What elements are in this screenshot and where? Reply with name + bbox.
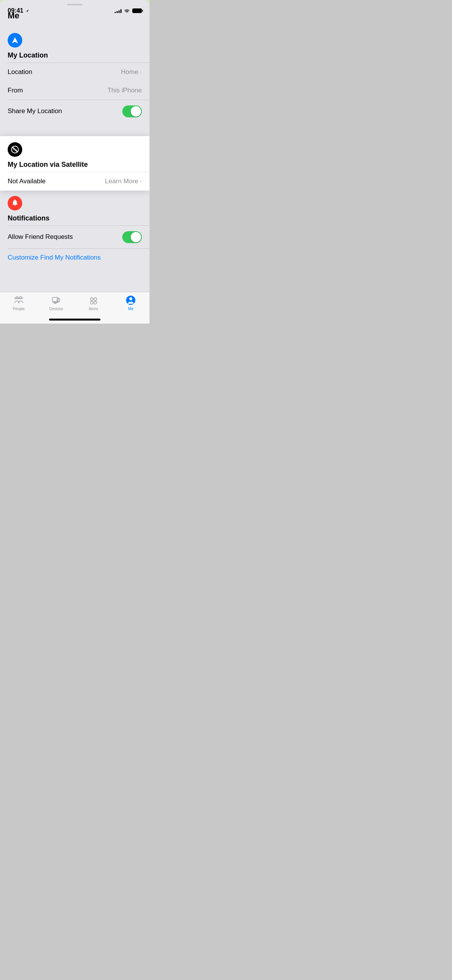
from-value: This iPhone [107, 87, 142, 94]
location-arrow-icon [25, 8, 30, 13]
location-value: Home › [121, 68, 142, 76]
me-icon [126, 295, 136, 305]
share-location-row: Share My Location [0, 100, 150, 123]
svg-line-8 [22, 298, 23, 299]
battery-icon [132, 8, 142, 13]
customize-notifications-link[interactable]: Customize Find My Notifications [0, 248, 150, 267]
notifications-label: Notifications [8, 214, 142, 222]
status-bar: 09:41 [0, 0, 150, 19]
satellite-header: My Location via Satellite [0, 136, 150, 172]
notifications-header: Notifications [0, 190, 150, 225]
satellite-icon [8, 142, 22, 157]
not-available-label: Not Available [8, 178, 46, 185]
status-icons [115, 8, 142, 13]
location-icon [8, 33, 22, 48]
location-row[interactable]: Location Home › [0, 63, 150, 81]
from-label: From [8, 87, 23, 94]
toggle-knob [131, 232, 141, 242]
svg-point-19 [130, 298, 132, 300]
bell-icon [8, 196, 22, 210]
tab-items[interactable]: Items [75, 295, 112, 311]
location-label: Location [8, 68, 32, 76]
my-location-label: My Location [8, 51, 142, 59]
tab-me[interactable]: Me [112, 295, 150, 311]
tab-items-label: Items [89, 307, 98, 311]
svg-line-5 [15, 298, 16, 299]
satellite-section: My Location via Satellite Not Available … [0, 136, 150, 191]
my-location-header: My Location [0, 27, 150, 62]
share-location-toggle[interactable] [122, 105, 142, 117]
allow-friend-requests-label: Allow Friend Requests [8, 233, 73, 241]
svg-point-17 [94, 301, 97, 304]
svg-point-3 [16, 297, 18, 299]
my-location-section: My Location Location Home › From This iP… [0, 27, 150, 123]
chevron-icon: › [140, 178, 142, 185]
svg-point-16 [90, 301, 93, 304]
svg-point-15 [94, 298, 97, 301]
share-location-label: Share My Location [8, 107, 62, 115]
tab-me-label: Me [128, 307, 133, 311]
bell-svg-icon [11, 199, 19, 207]
tab-devices-label: Devices [49, 307, 63, 311]
learn-more-value: Learn More › [105, 178, 142, 185]
chevron-icon: › [140, 69, 142, 76]
wifi-icon [124, 8, 130, 13]
tab-people-label: People [13, 307, 25, 311]
not-available-row[interactable]: Not Available Learn More › [0, 172, 150, 191]
location-arrow-icon [11, 36, 19, 44]
notifications-section: Notifications Allow Friend Requests Cust… [0, 190, 150, 301]
items-icon [89, 295, 99, 305]
allow-friend-requests-toggle[interactable] [122, 231, 142, 243]
people-icon [14, 295, 24, 305]
toggle-knob [131, 106, 141, 117]
tab-devices[interactable]: Devices [38, 295, 75, 311]
home-indicator [49, 319, 100, 321]
satellite-label: My Location via Satellite [8, 161, 142, 169]
status-time: 09:41 [8, 7, 30, 14]
devices-icon [51, 295, 61, 305]
signal-icon [115, 8, 122, 13]
satellite-svg-icon [11, 145, 19, 154]
svg-point-4 [20, 297, 22, 299]
allow-friend-requests-row: Allow Friend Requests [0, 226, 150, 248]
svg-point-14 [90, 298, 93, 301]
from-row: From This iPhone [0, 81, 150, 100]
tab-people[interactable]: People [0, 295, 38, 311]
